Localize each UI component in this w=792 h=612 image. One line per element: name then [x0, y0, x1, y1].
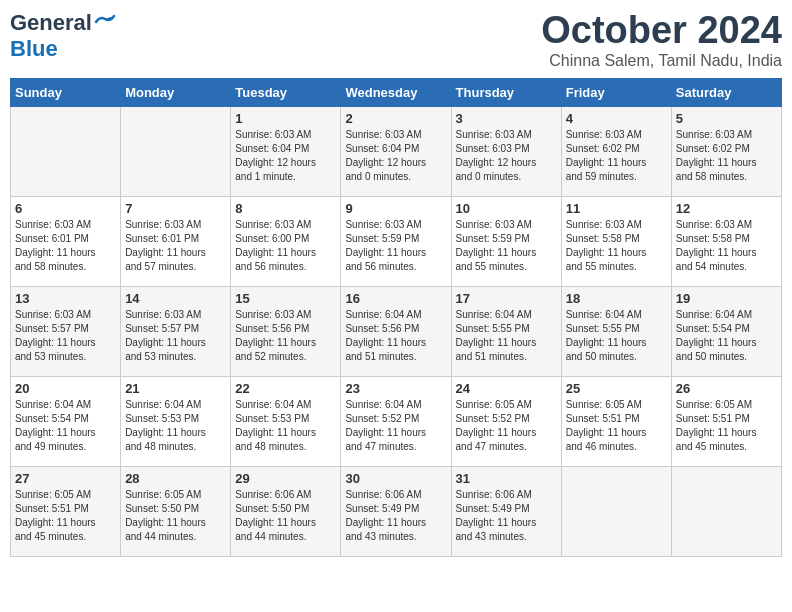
- day-info: Sunrise: 6:03 AM Sunset: 6:02 PM Dayligh…: [676, 128, 777, 184]
- day-number: 1: [235, 111, 336, 126]
- calendar-cell: 3Sunrise: 6:03 AM Sunset: 6:03 PM Daylig…: [451, 106, 561, 196]
- day-header-monday: Monday: [121, 78, 231, 106]
- calendar-cell: 28Sunrise: 6:05 AM Sunset: 5:50 PM Dayli…: [121, 466, 231, 556]
- calendar-cell: 31Sunrise: 6:06 AM Sunset: 5:49 PM Dayli…: [451, 466, 561, 556]
- day-number: 4: [566, 111, 667, 126]
- day-number: 13: [15, 291, 116, 306]
- day-info: Sunrise: 6:03 AM Sunset: 5:57 PM Dayligh…: [125, 308, 226, 364]
- day-info: Sunrise: 6:03 AM Sunset: 6:04 PM Dayligh…: [235, 128, 336, 184]
- day-header-friday: Friday: [561, 78, 671, 106]
- day-info: Sunrise: 6:04 AM Sunset: 5:53 PM Dayligh…: [125, 398, 226, 454]
- day-number: 8: [235, 201, 336, 216]
- calendar-cell: 10Sunrise: 6:03 AM Sunset: 5:59 PM Dayli…: [451, 196, 561, 286]
- day-number: 3: [456, 111, 557, 126]
- day-info: Sunrise: 6:03 AM Sunset: 6:04 PM Dayligh…: [345, 128, 446, 184]
- calendar-cell: 17Sunrise: 6:04 AM Sunset: 5:55 PM Dayli…: [451, 286, 561, 376]
- calendar-cell: 20Sunrise: 6:04 AM Sunset: 5:54 PM Dayli…: [11, 376, 121, 466]
- day-info: Sunrise: 6:04 AM Sunset: 5:54 PM Dayligh…: [15, 398, 116, 454]
- calendar-cell: 18Sunrise: 6:04 AM Sunset: 5:55 PM Dayli…: [561, 286, 671, 376]
- calendar-week-row: 27Sunrise: 6:05 AM Sunset: 5:51 PM Dayli…: [11, 466, 782, 556]
- day-number: 28: [125, 471, 226, 486]
- calendar-cell: 23Sunrise: 6:04 AM Sunset: 5:52 PM Dayli…: [341, 376, 451, 466]
- calendar-week-row: 1Sunrise: 6:03 AM Sunset: 6:04 PM Daylig…: [11, 106, 782, 196]
- day-info: Sunrise: 6:05 AM Sunset: 5:52 PM Dayligh…: [456, 398, 557, 454]
- day-number: 16: [345, 291, 446, 306]
- calendar-cell: 8Sunrise: 6:03 AM Sunset: 6:00 PM Daylig…: [231, 196, 341, 286]
- calendar-cell: [561, 466, 671, 556]
- day-number: 20: [15, 381, 116, 396]
- day-number: 9: [345, 201, 446, 216]
- day-info: Sunrise: 6:03 AM Sunset: 5:59 PM Dayligh…: [345, 218, 446, 274]
- day-number: 19: [676, 291, 777, 306]
- calendar-cell: 12Sunrise: 6:03 AM Sunset: 5:58 PM Dayli…: [671, 196, 781, 286]
- logo: General Blue: [10, 10, 116, 62]
- calendar-week-row: 13Sunrise: 6:03 AM Sunset: 5:57 PM Dayli…: [11, 286, 782, 376]
- calendar-cell: 30Sunrise: 6:06 AM Sunset: 5:49 PM Dayli…: [341, 466, 451, 556]
- day-number: 26: [676, 381, 777, 396]
- calendar-cell: 4Sunrise: 6:03 AM Sunset: 6:02 PM Daylig…: [561, 106, 671, 196]
- day-info: Sunrise: 6:04 AM Sunset: 5:55 PM Dayligh…: [566, 308, 667, 364]
- month-title: October 2024: [541, 10, 782, 52]
- day-info: Sunrise: 6:03 AM Sunset: 5:56 PM Dayligh…: [235, 308, 336, 364]
- calendar-cell: 22Sunrise: 6:04 AM Sunset: 5:53 PM Dayli…: [231, 376, 341, 466]
- day-info: Sunrise: 6:05 AM Sunset: 5:51 PM Dayligh…: [15, 488, 116, 544]
- calendar-cell: 27Sunrise: 6:05 AM Sunset: 5:51 PM Dayli…: [11, 466, 121, 556]
- calendar-cell: 24Sunrise: 6:05 AM Sunset: 5:52 PM Dayli…: [451, 376, 561, 466]
- day-info: Sunrise: 6:05 AM Sunset: 5:51 PM Dayligh…: [566, 398, 667, 454]
- day-number: 30: [345, 471, 446, 486]
- day-header-saturday: Saturday: [671, 78, 781, 106]
- logo-bird-icon: [94, 14, 116, 30]
- day-number: 10: [456, 201, 557, 216]
- day-number: 7: [125, 201, 226, 216]
- calendar-cell: [121, 106, 231, 196]
- day-number: 11: [566, 201, 667, 216]
- calendar-cell: 13Sunrise: 6:03 AM Sunset: 5:57 PM Dayli…: [11, 286, 121, 376]
- calendar-cell: [11, 106, 121, 196]
- calendar-cell: 16Sunrise: 6:04 AM Sunset: 5:56 PM Dayli…: [341, 286, 451, 376]
- calendar-cell: 1Sunrise: 6:03 AM Sunset: 6:04 PM Daylig…: [231, 106, 341, 196]
- title-section: October 2024 Chinna Salem, Tamil Nadu, I…: [541, 10, 782, 70]
- day-info: Sunrise: 6:04 AM Sunset: 5:56 PM Dayligh…: [345, 308, 446, 364]
- calendar-cell: 29Sunrise: 6:06 AM Sunset: 5:50 PM Dayli…: [231, 466, 341, 556]
- calendar-table: SundayMondayTuesdayWednesdayThursdayFrid…: [10, 78, 782, 557]
- day-info: Sunrise: 6:03 AM Sunset: 6:01 PM Dayligh…: [15, 218, 116, 274]
- day-info: Sunrise: 6:03 AM Sunset: 6:00 PM Dayligh…: [235, 218, 336, 274]
- calendar-cell: 15Sunrise: 6:03 AM Sunset: 5:56 PM Dayli…: [231, 286, 341, 376]
- calendar-header-row: SundayMondayTuesdayWednesdayThursdayFrid…: [11, 78, 782, 106]
- day-number: 15: [235, 291, 336, 306]
- day-info: Sunrise: 6:04 AM Sunset: 5:54 PM Dayligh…: [676, 308, 777, 364]
- day-number: 12: [676, 201, 777, 216]
- day-info: Sunrise: 6:04 AM Sunset: 5:55 PM Dayligh…: [456, 308, 557, 364]
- day-number: 18: [566, 291, 667, 306]
- day-header-wednesday: Wednesday: [341, 78, 451, 106]
- logo-blue: Blue: [10, 36, 58, 62]
- calendar-cell: 25Sunrise: 6:05 AM Sunset: 5:51 PM Dayli…: [561, 376, 671, 466]
- day-info: Sunrise: 6:03 AM Sunset: 6:01 PM Dayligh…: [125, 218, 226, 274]
- day-info: Sunrise: 6:03 AM Sunset: 5:58 PM Dayligh…: [676, 218, 777, 274]
- day-info: Sunrise: 6:06 AM Sunset: 5:49 PM Dayligh…: [345, 488, 446, 544]
- day-header-thursday: Thursday: [451, 78, 561, 106]
- day-number: 22: [235, 381, 336, 396]
- day-info: Sunrise: 6:05 AM Sunset: 5:51 PM Dayligh…: [676, 398, 777, 454]
- day-info: Sunrise: 6:03 AM Sunset: 6:03 PM Dayligh…: [456, 128, 557, 184]
- day-info: Sunrise: 6:06 AM Sunset: 5:50 PM Dayligh…: [235, 488, 336, 544]
- calendar-cell: 14Sunrise: 6:03 AM Sunset: 5:57 PM Dayli…: [121, 286, 231, 376]
- day-number: 29: [235, 471, 336, 486]
- calendar-cell: [671, 466, 781, 556]
- day-info: Sunrise: 6:04 AM Sunset: 5:52 PM Dayligh…: [345, 398, 446, 454]
- calendar-week-row: 6Sunrise: 6:03 AM Sunset: 6:01 PM Daylig…: [11, 196, 782, 286]
- day-number: 5: [676, 111, 777, 126]
- page-header: General Blue October 2024 Chinna Salem, …: [10, 10, 782, 70]
- calendar-cell: 11Sunrise: 6:03 AM Sunset: 5:58 PM Dayli…: [561, 196, 671, 286]
- calendar-cell: 26Sunrise: 6:05 AM Sunset: 5:51 PM Dayli…: [671, 376, 781, 466]
- day-number: 23: [345, 381, 446, 396]
- day-header-sunday: Sunday: [11, 78, 121, 106]
- day-info: Sunrise: 6:06 AM Sunset: 5:49 PM Dayligh…: [456, 488, 557, 544]
- logo-general: General: [10, 10, 92, 36]
- day-info: Sunrise: 6:03 AM Sunset: 5:59 PM Dayligh…: [456, 218, 557, 274]
- day-number: 27: [15, 471, 116, 486]
- day-info: Sunrise: 6:03 AM Sunset: 5:57 PM Dayligh…: [15, 308, 116, 364]
- calendar-week-row: 20Sunrise: 6:04 AM Sunset: 5:54 PM Dayli…: [11, 376, 782, 466]
- calendar-cell: 6Sunrise: 6:03 AM Sunset: 6:01 PM Daylig…: [11, 196, 121, 286]
- day-number: 14: [125, 291, 226, 306]
